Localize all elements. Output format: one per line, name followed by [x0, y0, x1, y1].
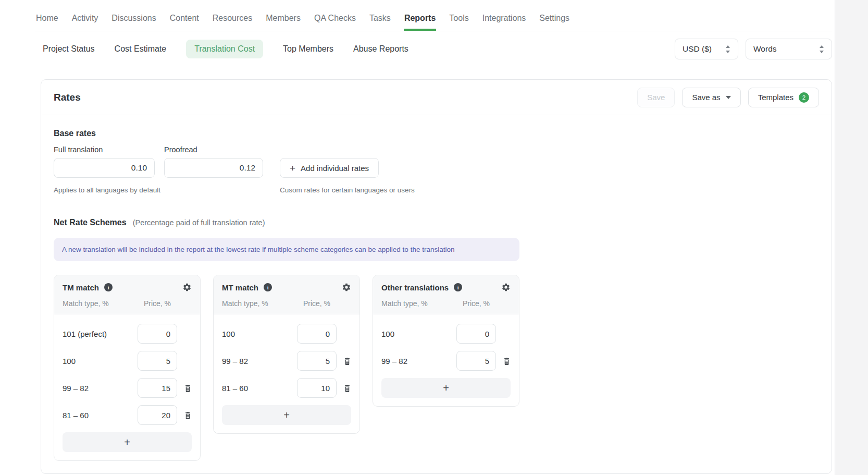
- scheme-body: 100 99 – 82 +: [373, 314, 519, 406]
- match-type-column-header: Match type, %: [381, 299, 456, 308]
- add-rate-row-button[interactable]: +: [63, 432, 192, 452]
- proofread-field: Proofread: [164, 145, 263, 178]
- scheme-card-other-translations: Other translations i Match type, % Price…: [373, 275, 519, 407]
- nav-item-settings[interactable]: Settings: [539, 10, 570, 31]
- rates-card: Rates Save Save as Templates 2: [41, 79, 832, 474]
- plus-icon: +: [283, 410, 290, 420]
- tab-abuse-reports[interactable]: Abuse Reports: [353, 40, 408, 58]
- rate-row: 100: [63, 351, 192, 371]
- price-input[interactable]: [297, 324, 337, 344]
- nav-item-resources[interactable]: Resources: [212, 10, 253, 31]
- tab-translation-cost[interactable]: Translation Cost: [186, 40, 263, 58]
- base-rates-helpers: Applies to all languages by default Cuso…: [54, 186, 819, 194]
- price-input[interactable]: [297, 351, 337, 371]
- nav-item-tools[interactable]: Tools: [449, 10, 469, 31]
- tab-cost-estimate[interactable]: Cost Estimate: [115, 40, 167, 58]
- currency-select-value: USD ($): [683, 44, 712, 54]
- match-type-column-header: Match type, %: [222, 299, 297, 308]
- tab-top-members[interactable]: Top Members: [283, 40, 333, 58]
- rate-row: 99 – 82: [63, 378, 192, 398]
- trash-icon[interactable]: [343, 384, 351, 393]
- price-input[interactable]: [297, 378, 337, 398]
- report-tabs: Project Status Cost Estimate Translation…: [43, 40, 408, 58]
- price-input[interactable]: [138, 378, 177, 398]
- gear-icon[interactable]: [501, 283, 511, 292]
- match-type-label: 81 – 60: [222, 384, 297, 393]
- price-input[interactable]: [138, 351, 177, 371]
- price-input[interactable]: [456, 324, 496, 344]
- nav-item-tasks[interactable]: Tasks: [369, 10, 391, 31]
- match-type-label: 99 – 82: [381, 357, 456, 366]
- info-icon[interactable]: i: [104, 283, 113, 291]
- net-rate-schemes-head: Net Rate Schemes (Percentage paid of ful…: [54, 218, 819, 227]
- templates-button[interactable]: Templates 2: [748, 88, 819, 107]
- report-filters: USD ($) Words: [675, 39, 832, 59]
- gear-icon[interactable]: [342, 283, 351, 292]
- nav-item-reports[interactable]: Reports: [404, 10, 436, 31]
- rate-row: 99 – 82: [222, 351, 351, 371]
- trash-icon[interactable]: [503, 357, 511, 366]
- scheme-title: MT match: [222, 283, 258, 292]
- trash-icon[interactable]: [184, 384, 192, 393]
- tab-project-status[interactable]: Project Status: [43, 40, 95, 58]
- save-as-button[interactable]: Save as: [682, 88, 740, 107]
- unit-select[interactable]: Words: [746, 39, 832, 59]
- rate-row: 100: [381, 324, 511, 344]
- plus-icon: +: [443, 383, 449, 393]
- save-button-label: Save: [647, 93, 665, 102]
- templates-count-badge: 2: [799, 92, 809, 103]
- nav-item-home[interactable]: Home: [35, 10, 59, 31]
- match-type-label: 99 – 82: [222, 357, 297, 366]
- sort-arrows-icon: [725, 45, 730, 53]
- price-input[interactable]: [138, 324, 177, 344]
- add-individual-rates-label: Add individual rates: [301, 164, 369, 173]
- base-rates-helper-right: Cusom rates for certain languages or use…: [280, 186, 415, 194]
- nav-item-integrations[interactable]: Integrations: [482, 10, 527, 31]
- scheme-header: MT match i Match type, % Price, %: [214, 275, 359, 314]
- price-input[interactable]: [456, 351, 496, 371]
- add-rate-row-button[interactable]: +: [222, 405, 351, 425]
- currency-select[interactable]: USD ($): [675, 39, 738, 59]
- add-individual-rates-button[interactable]: + Add individual rates: [280, 158, 379, 178]
- nav-item-activity[interactable]: Activity: [71, 10, 99, 31]
- trash-icon[interactable]: [184, 411, 192, 420]
- nav-item-discussions[interactable]: Discussions: [111, 10, 156, 31]
- scheme-columns: TM match i Match type, % Price, %: [54, 275, 819, 461]
- chevron-down-icon: [726, 96, 731, 99]
- net-rate-schemes-section: Net Rate Schemes (Percentage paid of ful…: [54, 218, 819, 461]
- plus-icon: +: [124, 437, 130, 447]
- nav-item-members[interactable]: Members: [265, 10, 301, 31]
- page-title: Rates: [54, 92, 81, 103]
- plus-icon: +: [290, 163, 295, 173]
- match-type-label: 100: [381, 330, 456, 338]
- net-rate-schemes-heading: Net Rate Schemes: [54, 218, 127, 227]
- full-translation-input[interactable]: [54, 158, 155, 178]
- scheme-header: TM match i Match type, % Price, %: [54, 275, 200, 314]
- save-button[interactable]: Save: [637, 88, 675, 107]
- top-navigation: Home Activity Discussions Content Resour…: [35, 0, 832, 31]
- rate-row: 81 – 60: [63, 405, 192, 425]
- price-input[interactable]: [138, 405, 177, 425]
- base-rates-heading: Base rates: [54, 129, 819, 138]
- nav-item-qa-checks[interactable]: QA Checks: [314, 10, 356, 31]
- scheme-body: 100 99 – 82 81 – 60: [214, 314, 359, 433]
- trash-icon[interactable]: [343, 357, 351, 366]
- nav-item-content[interactable]: Content: [169, 10, 200, 31]
- add-rate-row-button[interactable]: +: [381, 378, 511, 398]
- net-rate-schemes-subheading: (Percentage paid of full translation rat…: [133, 218, 265, 227]
- info-icon[interactable]: i: [264, 283, 272, 291]
- info-icon[interactable]: i: [454, 283, 462, 291]
- page-right-gutter: [835, 0, 868, 475]
- gear-icon[interactable]: [182, 283, 192, 292]
- scheme-body: 101 (perfect) 100 99: [54, 314, 200, 460]
- scheme-title: Other translations: [381, 283, 449, 292]
- rate-row: 99 – 82: [381, 351, 511, 371]
- scheme-card-mt-match: MT match i Match type, % Price, %: [213, 275, 360, 434]
- lowest-rate-info-banner: A new translation will be included in th…: [54, 238, 519, 261]
- proofread-input[interactable]: [164, 158, 263, 178]
- translation-cost-report-page: Home Activity Discussions Content Resour…: [0, 0, 868, 475]
- rate-row: 81 – 60: [222, 378, 351, 398]
- full-translation-label: Full translation: [54, 145, 155, 154]
- main-content: Home Activity Discussions Content Resour…: [0, 0, 835, 474]
- price-column-header: Price, %: [138, 299, 177, 308]
